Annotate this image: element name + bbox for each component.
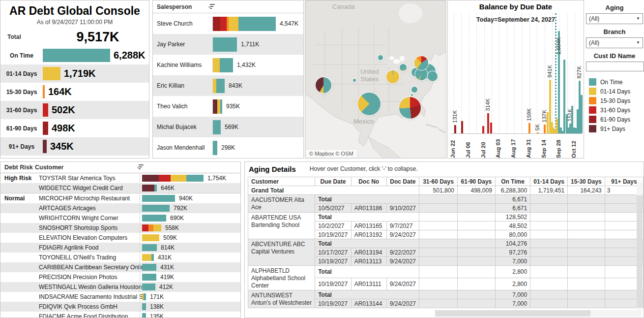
table-row[interactable]: ALPHABETLD Alphabetland School CenterTot… xyxy=(248,266,644,278)
legend-item[interactable]: 61-90 Days xyxy=(585,115,644,124)
column-header[interactable]: Due Date xyxy=(315,177,351,186)
customer-cell[interactable]: ABCVENTURE ABC Capital Ventures xyxy=(248,239,315,266)
value-cell[interactable] xyxy=(568,222,605,230)
value-cell[interactable] xyxy=(457,290,495,299)
column-header[interactable]: Doc No xyxy=(351,177,386,186)
bar-segment[interactable] xyxy=(142,224,148,231)
debt-risk-row[interactable]: WIDGETCC Widget Credit Card646K xyxy=(0,183,240,193)
bar-segment[interactable] xyxy=(213,37,237,52)
kpi-bar[interactable] xyxy=(43,49,110,62)
value-cell[interactable] xyxy=(568,266,605,278)
salesperson-bar[interactable] xyxy=(212,17,276,31)
kpi-bar[interactable] xyxy=(43,103,48,117)
value-cell[interactable] xyxy=(530,248,568,257)
debt-bar[interactable] xyxy=(142,185,157,191)
value-cell[interactable]: 1,719,451 xyxy=(530,186,568,195)
kpi-bar[interactable] xyxy=(43,67,60,80)
bar-segment[interactable] xyxy=(220,17,227,31)
v-scrollbar-thumb[interactable] xyxy=(637,195,643,308)
value-cell[interactable] xyxy=(530,239,568,248)
map-pie-mark[interactable] xyxy=(400,64,407,71)
salesperson-bar[interactable] xyxy=(212,120,221,134)
bar-segment[interactable] xyxy=(142,205,170,212)
h-scrollbar-thumb[interactable] xyxy=(435,310,590,317)
value-cell[interactable] xyxy=(419,278,458,290)
column-header[interactable]: Doc Date xyxy=(386,177,419,186)
debt-risk-row[interactable]: WESTINGALL Westin Galleria Houston412K xyxy=(0,282,240,292)
value-cell[interactable] xyxy=(419,213,458,222)
debt-risk-row[interactable]: FDIQVIK Qvik Process GmbH138K xyxy=(0,302,240,312)
value-cell[interactable]: 7,000 xyxy=(495,257,530,266)
value-cell[interactable] xyxy=(568,257,605,266)
value-cell[interactable] xyxy=(530,204,568,213)
debt-risk-row[interactable]: INDSACRAME Sacramento Industrial S..171K xyxy=(0,292,240,302)
debt-risk-row[interactable]: ELEVATION Elevation Computers509K xyxy=(0,233,240,243)
branch-filter-select[interactable]: (All) ▼ xyxy=(586,37,643,48)
value-cell[interactable] xyxy=(568,230,605,239)
column-header[interactable]: 01-14 Days xyxy=(530,177,568,186)
debt-bar[interactable] xyxy=(142,215,166,222)
debt-bar[interactable] xyxy=(142,224,161,231)
value-cell[interactable] xyxy=(457,195,495,204)
map-pie-mark[interactable] xyxy=(411,94,413,96)
value-cell[interactable] xyxy=(419,230,458,239)
value-cell[interactable] xyxy=(457,239,495,248)
column-header[interactable]: Customer xyxy=(248,177,315,186)
map-pie-mark[interactable] xyxy=(415,68,427,80)
bar-segment[interactable] xyxy=(142,175,159,182)
balance-bar[interactable] xyxy=(544,125,546,133)
salesperson-bar[interactable] xyxy=(212,37,237,52)
map-pie-mark[interactable] xyxy=(386,70,399,83)
bar-segment[interactable] xyxy=(229,17,238,31)
bar-segment[interactable] xyxy=(142,303,146,310)
debt-risk-row[interactable]: CARIBBEAN Caribbean Secretary Online431K xyxy=(0,262,240,272)
debt-bar[interactable] xyxy=(142,303,146,310)
bar-segment[interactable] xyxy=(213,141,217,155)
customer-cell[interactable]: ALPHABETLD Alphabetland School Center xyxy=(248,266,315,290)
value-cell[interactable]: 48,502 xyxy=(495,222,530,230)
map-pie-mark[interactable] xyxy=(399,97,421,119)
bar-segment[interactable] xyxy=(144,293,146,300)
bar-segment[interactable] xyxy=(213,99,217,114)
bar-segment[interactable] xyxy=(154,185,157,191)
debt-bar[interactable] xyxy=(142,244,157,251)
value-cell[interactable] xyxy=(457,213,495,222)
value-cell[interactable] xyxy=(419,222,458,230)
value-cell[interactable]: 128,502 xyxy=(495,213,530,222)
value-cell[interactable] xyxy=(568,213,605,222)
bar-segment[interactable] xyxy=(142,313,146,318)
debt-bar[interactable] xyxy=(142,205,170,212)
value-cell[interactable]: 7,000 xyxy=(495,290,530,299)
map-pie-mark[interactable] xyxy=(411,87,417,93)
value-cell[interactable]: 104,276 xyxy=(495,239,530,248)
bar-segment[interactable] xyxy=(142,254,151,261)
sort-descending-icon[interactable] xyxy=(137,163,144,172)
legend-item[interactable]: On Time xyxy=(585,77,644,87)
debt-risk-row[interactable]: NormalMICROCHIP Microchip Restaurant940K xyxy=(0,193,240,203)
custid-filter-input[interactable] xyxy=(586,62,644,71)
bar-segment[interactable] xyxy=(213,17,220,31)
kpi-bar[interactable] xyxy=(43,122,48,135)
value-cell[interactable]: 6,671 xyxy=(495,204,530,213)
balance-bar[interactable] xyxy=(563,60,565,133)
table-row[interactable]: AACUSTOMER Alta AceTotal6,671 xyxy=(248,195,644,204)
bar-segment[interactable] xyxy=(186,175,204,182)
balance-bar[interactable] xyxy=(490,123,492,133)
kpi-bar[interactable] xyxy=(43,85,45,98)
bar-segment[interactable] xyxy=(220,58,233,72)
value-cell[interactable] xyxy=(530,230,568,239)
kpi-bar[interactable] xyxy=(43,140,47,153)
value-cell[interactable] xyxy=(419,266,458,278)
sort-descending-icon[interactable] xyxy=(208,2,215,11)
value-cell[interactable] xyxy=(530,290,568,299)
map-pie-mark[interactable] xyxy=(414,56,428,70)
value-cell[interactable] xyxy=(419,299,458,308)
debt-risk-row[interactable]: SNOSHORT Shortstop Sports558K xyxy=(0,223,240,233)
debt-bar[interactable] xyxy=(142,254,154,261)
table-row[interactable]: ANTUNSWEST Antun’s of WestchesterTotal7,… xyxy=(248,290,644,299)
value-cell[interactable] xyxy=(457,278,495,290)
value-cell[interactable] xyxy=(568,239,605,248)
bar-segment[interactable] xyxy=(159,175,171,182)
column-header[interactable]: 31-60 Days xyxy=(419,177,458,186)
legend-item[interactable]: 31-60 Days xyxy=(585,105,644,115)
